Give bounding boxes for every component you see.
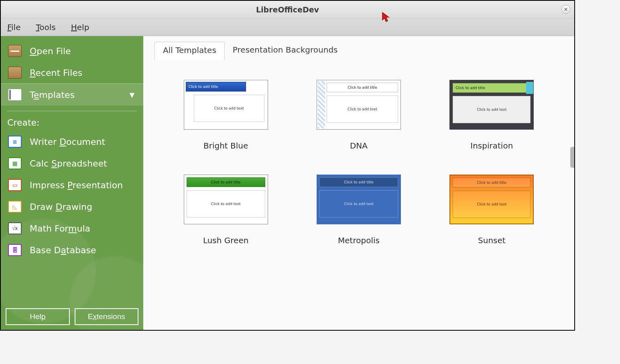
template-thumbnail: Click to add title Click to add text [449, 80, 534, 130]
template-grid: Click to add title Click to add text Bri… [143, 60, 574, 330]
sidebar-item-writer[interactable]: ≡ Writer Document [1, 131, 143, 153]
chevron-down-icon: ▼ [130, 91, 134, 99]
template-thumbnail: Click to add title Click to add text [184, 175, 268, 224]
sidebar-item-base[interactable]: 🗄 Base Database [1, 239, 143, 261]
sidebar-item-label: Calc Spreadsheet [30, 159, 107, 169]
template-dna[interactable]: Click to add title Click to add text DNA [317, 80, 401, 150]
tab-presentation-backgrounds[interactable]: Presentation Backgrounds [225, 42, 346, 60]
sidebar-item-calc[interactable]: ▦ Calc Spreadsheet [1, 153, 143, 174]
sidebar-item-label: Math Formula [30, 224, 90, 234]
template-thumbnail: Click to add title Click to add text [449, 175, 534, 224]
impress-icon: ▭ [7, 178, 22, 192]
menu-help[interactable]: Help [68, 22, 93, 33]
sidebar: Open File Recent Files Templates ▼ Creat… [1, 36, 143, 330]
thumb-body-placeholder: Click to add text [453, 191, 531, 218]
template-thumbnail: Click to add title Click to add text [184, 80, 268, 130]
thumb-body-placeholder: Click to add text [187, 190, 265, 218]
calc-icon: ▦ [7, 157, 22, 170]
menu-file[interactable]: File [4, 22, 24, 33]
template-thumbnail: Click to add title Click to add text [317, 80, 401, 130]
template-inspiration[interactable]: Click to add title Click to add text Ins… [449, 80, 534, 150]
template-label: Inspiration [470, 141, 513, 150]
sidebar-item-label: Templates [30, 90, 75, 100]
document-icon [7, 88, 22, 102]
tab-all-templates[interactable]: All Templates [154, 42, 225, 60]
template-bright-blue[interactable]: Click to add title Click to add text Bri… [184, 80, 268, 150]
folder-icon [7, 66, 22, 79]
scrollbar-thumb[interactable] [570, 147, 574, 168]
template-metropolis[interactable]: Click to add title Click to add text Met… [317, 175, 401, 245]
titlebar: LibreOfficeDev ✕ [1, 1, 574, 18]
template-label: DNA [350, 141, 368, 150]
sidebar-item-label: Recent Files [30, 68, 82, 78]
template-label: Bright Blue [203, 141, 248, 150]
template-lush-green[interactable]: Click to add title Click to add text Lus… [184, 175, 268, 245]
app-window: LibreOfficeDev ✕ File Tools Help Open Fi… [0, 0, 575, 331]
sidebar-divider [7, 111, 137, 111]
sidebar-item-open-file[interactable]: Open File [1, 40, 143, 62]
template-label: Lush Green [203, 236, 249, 245]
thumb-title-placeholder: Click to add title [186, 82, 246, 92]
thumb-title-placeholder: Click to add title [187, 177, 265, 187]
thumb-body-placeholder: Click to add text [319, 190, 398, 218]
sidebar-create-heading: Create: [1, 116, 143, 131]
thumb-title-placeholder: Click to add title [327, 83, 398, 92]
window-title: LibreOfficeDev [256, 5, 319, 14]
menu-tools[interactable]: Tools [33, 22, 59, 33]
thumb-body-placeholder: Click to add text [327, 96, 398, 123]
thumb-body-placeholder: Click to add text [453, 96, 531, 123]
template-sunset[interactable]: Click to add title Click to add text Sun… [449, 175, 534, 245]
sidebar-item-impress[interactable]: ▭ Impress Presentation [1, 174, 143, 196]
thumb-title-placeholder: Click to add title [453, 83, 531, 93]
sidebar-item-templates[interactable]: Templates ▼ [1, 83, 143, 106]
base-icon: 🗄 [7, 243, 22, 257]
sidebar-item-recent-files[interactable]: Recent Files [1, 62, 143, 83]
sidebar-item-math[interactable]: √x Math Formula [1, 218, 143, 239]
menubar: File Tools Help [1, 18, 574, 36]
draw-icon: ◺ [7, 200, 22, 214]
folder-open-icon [7, 44, 22, 58]
thumb-title-placeholder: Click to add title [453, 178, 531, 187]
sidebar-item-label: Base Database [30, 245, 96, 255]
template-label: Metropolis [338, 236, 380, 245]
extensions-button[interactable]: Extensions [75, 308, 139, 325]
help-button[interactable]: Help [6, 308, 70, 325]
writer-icon: ≡ [7, 135, 22, 148]
sidebar-item-label: Open File [30, 46, 71, 56]
thumb-body-placeholder: Click to add text [194, 95, 264, 122]
main-content: All Templates Presentation Backgrounds C… [143, 36, 574, 330]
template-thumbnail: Click to add title Click to add text [317, 175, 401, 224]
tabs: All Templates Presentation Backgrounds [143, 36, 574, 60]
sidebar-item-label: Impress Presentation [30, 180, 123, 190]
window-close-button[interactable]: ✕ [561, 5, 570, 14]
sidebar-item-draw[interactable]: ◺ Draw Drawing [1, 196, 143, 218]
sidebar-item-label: Draw Drawing [30, 202, 92, 212]
template-label: Sunset [478, 236, 506, 245]
sidebar-item-label: Writer Document [30, 137, 105, 147]
thumb-title-placeholder: Click to add title [319, 177, 398, 187]
math-icon: √x [7, 222, 22, 235]
